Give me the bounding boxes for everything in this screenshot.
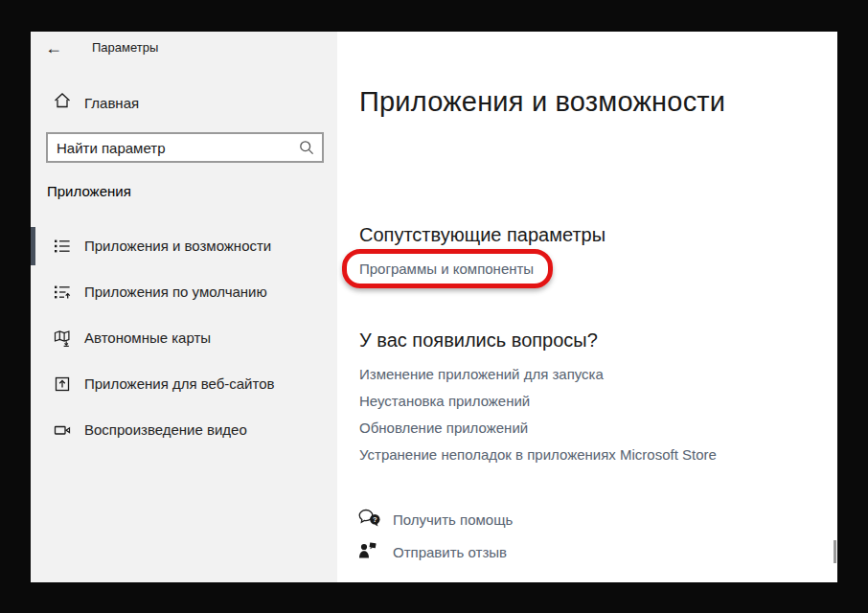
- svg-text:?: ?: [373, 515, 377, 524]
- settings-window: ← Параметры Главная Приложения: [31, 32, 837, 582]
- question-link-change-startup-apps[interactable]: Изменение приложений для запуска: [359, 366, 604, 382]
- apps-features-icon: [54, 238, 71, 255]
- apps-websites-icon: [54, 375, 71, 393]
- sidebar-item-label: Приложения и возможности: [84, 238, 271, 254]
- selected-accent-bar: [31, 227, 35, 265]
- get-help-link[interactable]: ? Получить помощь: [337, 508, 837, 533]
- home-icon: [54, 92, 71, 109]
- search-input[interactable]: [48, 140, 299, 156]
- sidebar-item-offline-maps[interactable]: Автономные карты: [31, 319, 337, 357]
- window-title: Параметры: [92, 40, 158, 55]
- default-apps-icon: [54, 284, 71, 301]
- sidebar-item-default-apps[interactable]: Приложения по умолчанию: [31, 273, 337, 311]
- question-link-troubleshoot-store-apps[interactable]: Устранение неполадок в приложениях Micro…: [359, 446, 717, 463]
- feedback-icon: [358, 541, 377, 559]
- desktop-background: { "titlebar": { "back_glyph": "←", "titl…: [0, 0, 868, 613]
- programs-and-features-link[interactable]: Программы и компоненты: [359, 261, 534, 277]
- sidebar: ← Параметры Главная Приложения: [31, 32, 337, 582]
- sidebar-item-home-label: Главная: [84, 95, 139, 111]
- sidebar-item-apps-features[interactable]: Приложения и возможности: [31, 227, 337, 265]
- offline-maps-icon: [54, 329, 71, 347]
- sidebar-item-label: Приложения для веб-сайтов: [84, 375, 275, 392]
- get-help-label: Получить помощь: [393, 511, 513, 528]
- search-icon[interactable]: [299, 140, 314, 155]
- sidebar-section-header: Приложения: [47, 183, 131, 199]
- related-settings-heading: Сопутствующие параметры: [359, 224, 605, 246]
- send-feedback-label: Отправить отзыв: [393, 544, 507, 560]
- sidebar-item-label: Приложения по умолчанию: [84, 284, 267, 300]
- sidebar-item-video-playback[interactable]: Воспроизведение видео: [31, 411, 337, 449]
- sidebar-item-label: Воспроизведение видео: [84, 421, 247, 438]
- sidebar-item-home[interactable]: Главная: [31, 87, 337, 118]
- content-pane: Приложения и возможности Сопутствующие п…: [337, 32, 837, 582]
- scrollbar-thumb[interactable]: [834, 540, 836, 563]
- search-box: [46, 132, 324, 163]
- page-title: Приложения и возможности: [359, 86, 725, 118]
- sidebar-item-apps-websites[interactable]: Приложения для веб-сайтов: [31, 365, 337, 403]
- video-playback-icon: [54, 421, 71, 439]
- send-feedback-link[interactable]: Отправить отзыв: [337, 540, 837, 565]
- questions-heading: У вас появились вопросы?: [359, 329, 598, 352]
- question-link-uninstall-apps[interactable]: Неустановка приложений: [359, 393, 530, 409]
- back-button[interactable]: ←: [38, 35, 69, 60]
- sidebar-item-label: Автономные карты: [84, 329, 211, 346]
- get-help-icon: ?: [358, 509, 381, 529]
- question-link-update-apps[interactable]: Обновление приложений: [359, 420, 528, 436]
